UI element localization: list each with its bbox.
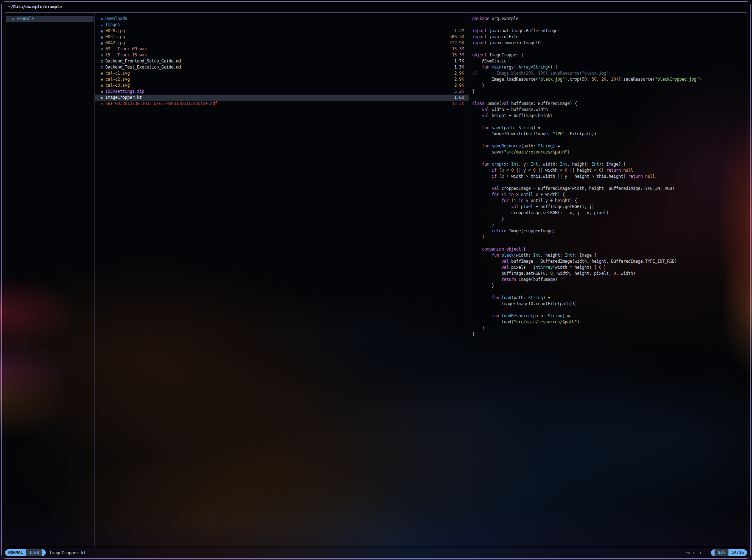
code-line [472, 95, 747, 101]
mode-indicator: NORMAL [5, 549, 26, 556]
archive-icon: ▦ [99, 89, 104, 95]
code-line: save("src/main/resources/$path") [472, 149, 747, 155]
code-line: } [472, 325, 747, 331]
powerline-cap-icon [711, 549, 715, 556]
file-row[interactable]: ▰Images [95, 22, 469, 28]
file-row[interactable]: ▮ImageCropper.kt1.6K [95, 95, 469, 101]
file-name: 15 - Track 15.wav [105, 52, 147, 58]
code-line: fun main(args: Array<String>) { [472, 64, 747, 70]
file-row[interactable]: ▦IDEAsettings.zip5.2K [95, 89, 469, 95]
status-bar: NORMAL 1.6K ImageCropper.kt -rw-r--r-- 9… [5, 549, 747, 556]
file-size: 1.3K [454, 64, 464, 70]
file-size: 12.5K [452, 101, 464, 107]
file-size: 1.7K [454, 58, 464, 64]
image-icon: ▣ [99, 34, 104, 40]
panes-box: ▰example ⊕Downloads▰Images▣0028.jpg1.3M▣… [5, 12, 747, 547]
file-size: 586.3K [449, 34, 464, 40]
file-row[interactable]: ▤SBI_0032013739_2023_DE05_0003155631Invo… [95, 101, 469, 107]
code-line: if (x + width > this.width || y + height… [472, 173, 747, 180]
code-line [472, 289, 747, 295]
file-name: example [17, 16, 34, 22]
file-row[interactable]: ◫Backend_Test_Execution_Guide.md1.3K [95, 64, 469, 70]
code-line: return Image(croppedImage) [472, 228, 747, 234]
code-line: return Image(buffImage) [472, 277, 747, 283]
code-line: ImageIO.write(buffImage, "JPG", File(pat… [472, 131, 747, 137]
file-row[interactable]: ▣cal-c3.svg2.9K [95, 82, 469, 89]
screen: ~/Data/example/example ▰example ⊕Downloa… [0, 0, 752, 560]
parent-dir-item[interactable]: ▰example [6, 16, 94, 22]
status-right: -rw-r--r-- 93% 14/15 [682, 549, 747, 556]
file-row[interactable]: ▣0028.jpg1.3M [95, 28, 469, 34]
code-line [472, 46, 747, 52]
code-line [472, 155, 747, 161]
file-row[interactable]: ▣cal-c2.svg2.9K [95, 76, 469, 82]
code-line: val width = buffImage.width [472, 107, 747, 113]
code-line: fun loadResource(path: String) = [472, 313, 747, 319]
hovered-file-name: ImageCropper.kt [49, 550, 86, 555]
file-name: 0031.jpg [105, 34, 125, 40]
audio-icon: ∩ [99, 52, 104, 58]
file-size: 1.6K [454, 95, 464, 101]
hovered-file-size: 1.6K [26, 549, 42, 556]
code-line: fun crop(x: Int, y: Int, width: Int, hei… [472, 161, 747, 167]
code-line: val pixel = buffImage.getRGB(i, j) [472, 204, 747, 210]
code-line: class Image(val buffImage: BufferedImage… [472, 101, 747, 107]
markdown-icon: ◫ [99, 64, 104, 70]
image-icon: ▣ [99, 82, 104, 89]
code-line [472, 180, 747, 186]
file-icon: ▮ [99, 95, 104, 101]
file-row[interactable]: ▣0031.jpg586.3K [95, 34, 469, 40]
code-line: companion object { [472, 246, 747, 252]
file-row[interactable]: ∩15 - Track 15.wav15.3M [95, 52, 469, 58]
file-name: 09 - Track 09.wav [105, 46, 147, 52]
file-size: 2.9K [454, 70, 464, 76]
cursor-position: 14/15 [728, 549, 747, 556]
code-line: } [472, 283, 747, 289]
file-size: 1.3M [454, 28, 464, 34]
powerline-cap-icon [42, 549, 46, 556]
code-line: // Image.black(100, 100).saveResource("b… [472, 70, 747, 76]
code-line: import java.awt.image.BufferedImage [472, 28, 747, 34]
code-line: object ImageCropper { [472, 52, 747, 58]
file-name: 0028.jpg [105, 28, 125, 34]
code-line: } [472, 216, 747, 222]
code-line: Image(ImageIO.read(File(path))) [472, 301, 747, 307]
file-name: cal-c1.svg [105, 70, 130, 76]
code-line: @JvmStatic [472, 58, 747, 64]
code-line: } [472, 331, 747, 337]
code-line [472, 119, 747, 125]
file-name: Backend_Frontend_Setup_Guide.md [105, 58, 181, 64]
file-name: Backend_Test_Execution_Guide.md [105, 64, 181, 70]
image-icon: ▣ [99, 28, 104, 34]
file-size: 2.9K [454, 82, 464, 89]
file-size: 2.9K [454, 76, 464, 82]
code-line: val pixels = IntArray(width * height) { … [472, 264, 747, 271]
file-row[interactable]: ◫Backend_Frontend_Setup_Guide.md1.7K [95, 58, 469, 64]
code-line [472, 22, 747, 28]
code-line: for (i in x until x + width) { [472, 192, 747, 198]
code-line: croppedImage.setRGB(i - x, j - y, pixel) [472, 210, 747, 216]
audio-icon: ∩ [99, 46, 104, 52]
code-line: val croppedImage = BufferedImage(width, … [472, 186, 747, 192]
code-line: import javax.imageio.ImageIO [472, 40, 747, 46]
code-line: val height = buffImage.height [472, 113, 747, 119]
file-row[interactable]: ⊕Downloads [95, 16, 469, 22]
file-row[interactable]: ▣0042.jpg212.9K [95, 40, 469, 46]
file-size: 212.9K [449, 40, 464, 46]
code-line: val buffImage = BufferedImage(width, hei… [472, 258, 747, 264]
file-permissions: -rw-r--r-- [682, 550, 707, 555]
image-icon: ▣ [99, 70, 104, 76]
file-row[interactable]: ▣cal-c1.svg2.9K [95, 70, 469, 76]
file-name: IDEAsettings.zip [105, 89, 144, 95]
code-line: buffImage.setRGB(0, 0, width, height, pi… [472, 271, 747, 277]
code-line: fun load(path: String) = [472, 295, 747, 301]
pdf-icon: ▤ [99, 101, 104, 107]
file-row[interactable]: ∩09 - Track 09.wav15.3M [95, 46, 469, 52]
file-name: 0042.jpg [105, 40, 125, 46]
image-icon: ▣ [99, 40, 104, 46]
code-line: fun black(width: Int, height: Int): Imag… [472, 252, 747, 258]
code-line: for (j in y until y + height) { [472, 198, 747, 204]
download-folder-icon: ⊕ [99, 16, 104, 22]
file-size: 15.3M [452, 52, 464, 58]
code-line: load("src/main/resources/$path") [472, 319, 747, 325]
